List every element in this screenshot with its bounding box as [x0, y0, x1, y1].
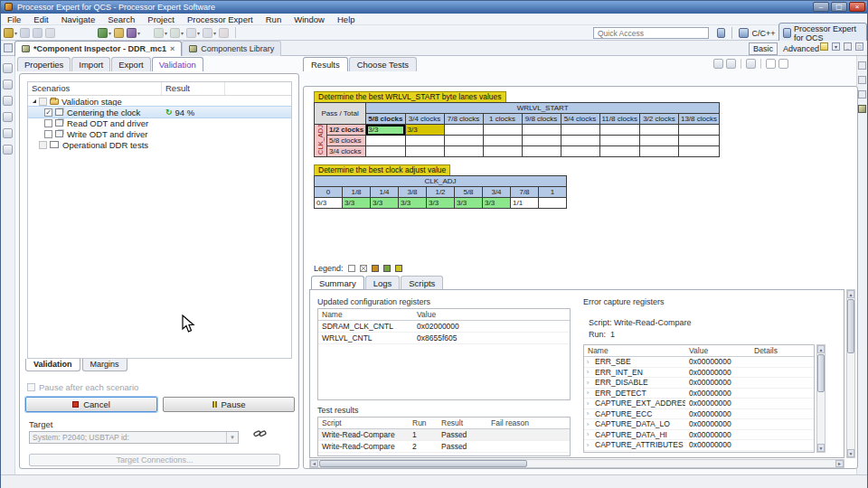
target-connections-button[interactable]: Target Connections... [29, 454, 280, 466]
wrlvl-cell-r2-c8[interactable] [678, 146, 719, 157]
wrlvl-cell-r2-c3[interactable] [483, 146, 522, 157]
wrlvl-cell-r1-c6[interactable] [599, 136, 639, 146]
maximize-window-button[interactable]: ▢ [831, 2, 847, 12]
wrlvl-col-header-5-4-clocks[interactable]: 5/4 clocks [561, 114, 599, 125]
print-report-icon[interactable] [713, 59, 723, 69]
editor-tab-component-inspector-ddr-mc1[interactable]: *Component Inspector - DDR_mc1× [14, 41, 182, 56]
clkadj-col-header-0[interactable]: 0 [315, 187, 343, 198]
wrlvl-cell-r0-c7[interactable] [639, 125, 678, 136]
wrlvl-col-header-7-8-clocks[interactable]: 7/8 clocks [444, 114, 483, 125]
perspective-cpp[interactable]: C/C++ [735, 27, 778, 39]
scroll-up-icon[interactable]: ▲ [847, 290, 854, 298]
minimize-view-icon[interactable]: _ [844, 42, 852, 51]
updated-registers-table-col-name[interactable]: Name [318, 310, 413, 319]
expand-row-icon[interactable]: › [584, 368, 591, 376]
expand-row-icon[interactable]: › [584, 430, 591, 438]
clkadj-cell-6[interactable]: 3/3 [483, 198, 511, 209]
generate-code-icon-dropdown[interactable]: ▾ [108, 30, 111, 36]
menu-processor-expert[interactable]: Processor Expert [181, 14, 259, 25]
quick-fix-icon-dropdown[interactable]: ▾ [137, 30, 140, 36]
scroll-down-icon[interactable]: ▼ [817, 444, 825, 452]
error-registers-table-row-5[interactable]: ›CAPTURE_ECC0x00000000 [584, 409, 814, 420]
expand-row-icon[interactable]: › [584, 358, 591, 366]
step-into-icon-dropdown[interactable]: ▾ [197, 30, 200, 36]
wrlvl-col-header-11-8-clocks[interactable]: 11/8 clocks [599, 114, 639, 125]
horizontal-scrollbar[interactable]: ◄ ► [309, 459, 844, 468]
error-registers-table-row-0[interactable]: ›ERR_SBE0x00000000 [584, 357, 814, 368]
menu-run[interactable]: Run [259, 14, 288, 25]
clkadj-col-header-1-2[interactable]: 1/2 [427, 187, 455, 198]
clkadj-cell-1[interactable]: 3/3 [343, 198, 371, 209]
error-registers-table-row-8[interactable]: ›CAPTURE_ATTRIBUTES0x00000000 [584, 440, 814, 451]
step-over-icon-dropdown[interactable]: ▾ [213, 30, 216, 36]
target-select[interactable]: System: P2040; USBTAP id: ▼ [29, 431, 239, 444]
wrlvl-cell-r0-c3[interactable] [483, 125, 522, 136]
scroll-down-icon[interactable]: ▼ [847, 449, 854, 457]
wrlvl-col-header-1-clocks[interactable]: 1 clocks [483, 114, 522, 125]
wrlvl-cell-r1-c3[interactable] [483, 136, 522, 146]
wrlvl-cell-r1-c0[interactable] [366, 136, 405, 146]
error-registers-table-row-9[interactable]: ›CAPTURE_ADDRESS0x00000000 [584, 451, 814, 454]
checkbox-write-odt-and-driver[interactable] [44, 130, 52, 138]
run-icon[interactable] [170, 28, 180, 38]
expand-row-icon[interactable]: › [584, 451, 591, 453]
checkbox-centering-the-clock[interactable]: ✓ [44, 108, 52, 117]
wrlvl-col-header-9-8-clocks[interactable]: 9/8 clocks [522, 114, 561, 125]
wrlvl-col-header-3-4-clocks[interactable]: 3/4 clocks [405, 114, 444, 125]
menu-window[interactable]: Window [288, 14, 331, 25]
step-over-icon[interactable] [203, 28, 212, 38]
restore-pane-icon[interactable] [858, 61, 866, 70]
wrlvl-cell-r0-c5[interactable] [561, 125, 599, 136]
error-registers-table-row-1[interactable]: ›ERR_INT_EN0x00000000 [584, 368, 814, 379]
expand-row-icon[interactable]: › [584, 389, 591, 397]
wrlvl-cell-r0-c1[interactable]: 3/3 [405, 125, 444, 136]
clkadj-cell-5[interactable]: 3/3 [455, 198, 483, 209]
wrlvl-cell-r2-c5[interactable] [561, 146, 599, 157]
wrlvl-cell-r1-c5[interactable] [561, 136, 599, 146]
clkadj-col-header-3-8[interactable]: 3/8 [399, 187, 427, 198]
scroll-right-icon[interactable]: ► [835, 460, 844, 467]
clkadj-col-header-1-4[interactable]: 1/4 [371, 187, 399, 198]
run-icon-dropdown[interactable]: ▾ [181, 30, 184, 36]
copy-report-icon[interactable] [726, 59, 736, 69]
minimize-window-button[interactable]: – [813, 2, 829, 12]
new-wizard-icon[interactable] [4, 28, 14, 38]
problems-view-icon[interactable] [858, 90, 866, 99]
scenarios-column-header[interactable]: Scenarios [28, 82, 162, 95]
error-registers-table-row-7[interactable]: ›CAPTURE_DATA_HI0x00000000 [584, 430, 814, 441]
inspector-tab-import[interactable]: Import [71, 57, 110, 71]
clkadj-cell-8[interactable] [539, 198, 567, 209]
tree-row-validation-stage[interactable]: Validation stage [28, 96, 291, 107]
wrlvl-cell-r0-c0[interactable]: 3/3 [366, 125, 405, 136]
error-registers-table-row-3[interactable]: ›ERR_DETECT0x00000000 [584, 389, 814, 399]
expand-row-icon[interactable]: › [584, 379, 591, 387]
summary-tab-summary[interactable]: Summary [311, 276, 364, 289]
error-registers-table-row-6[interactable]: ›CAPTURE_DATA_LO0x00000000 [584, 419, 814, 430]
updated-registers-table-col-value[interactable]: Value [413, 310, 513, 319]
clkadj-cell-3[interactable]: 3/3 [399, 198, 427, 209]
inspector-tab-export[interactable]: Export [111, 57, 150, 71]
wrlvl-cell-r0-c2[interactable] [444, 125, 483, 136]
test-results-table-col-run[interactable]: Run [409, 418, 438, 427]
wrlvl-cell-r2-c0[interactable] [366, 146, 405, 157]
maximize-view-icon[interactable] [766, 59, 776, 69]
new-configuration-icon[interactable] [820, 42, 828, 51]
open-perspective-icon[interactable] [717, 28, 725, 38]
minimized-view-icon-2[interactable] [3, 80, 13, 89]
advanced-mode-button[interactable]: Advanced [780, 44, 822, 53]
editor-tab-components-library[interactable]: Components Library [182, 41, 281, 56]
test-results-table-row-0[interactable]: Write-Read-Compare1Passed [318, 429, 570, 441]
inspector-tab-properties[interactable]: Properties [17, 57, 71, 71]
expand-row-icon[interactable]: › [584, 409, 591, 418]
test-results-table-col-result[interactable]: Result [438, 418, 487, 427]
pause-after-scenario-checkbox[interactable] [27, 383, 35, 391]
test-results-table-row-1[interactable]: Write-Read-Compare2Passed [318, 441, 570, 453]
step-into-icon[interactable] [186, 28, 196, 38]
close-tab-icon[interactable]: × [170, 45, 175, 53]
wrlvl-cell-r1-c1[interactable] [405, 136, 444, 146]
new-wizard-icon-dropdown[interactable]: ▾ [14, 30, 17, 36]
terminate-icon[interactable] [219, 28, 229, 38]
debug-icon-dropdown[interactable]: ▾ [165, 30, 167, 36]
error-registers-table-col-name[interactable]: Name [584, 346, 685, 355]
clkadj-col-header-3-4[interactable]: 3/4 [483, 187, 511, 198]
